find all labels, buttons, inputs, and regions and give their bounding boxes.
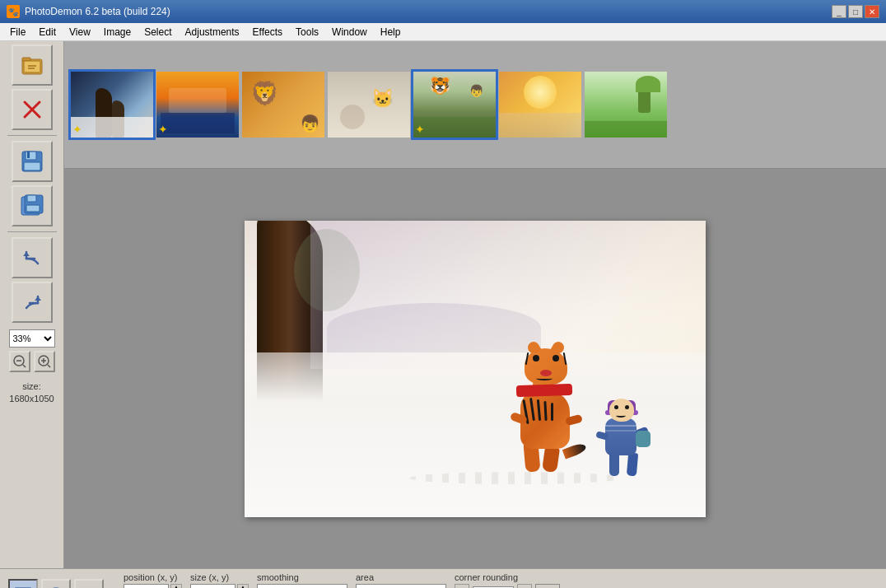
zoom-in-button[interactable]: [34, 351, 55, 372]
area-group: area Interior Exterior Border: [356, 572, 446, 589]
smoothing-select[interactable]: None Antialiased High Quality: [257, 584, 347, 589]
content-area: ✦ ✦ 🦁 👦 🐱: [64, 41, 886, 568]
thumbnail-0[interactable]: ✦: [71, 72, 153, 138]
rectangle-tool-button[interactable]: [8, 579, 38, 589]
window-controls: _ □ ✕: [832, 5, 879, 18]
corner-rounding-group: corner rounding ◀ ▶ 0: [455, 572, 560, 589]
thumbnail-5[interactable]: [499, 72, 581, 138]
undo-button[interactable]: [12, 237, 53, 278]
size-x-up[interactable]: ▲: [237, 584, 249, 589]
app-icon: 🐾: [7, 5, 20, 18]
size-value: 1680x1050: [9, 393, 54, 405]
position-group: position (x, y) ▲ ▼: [124, 572, 182, 589]
svg-rect-14: [26, 205, 40, 212]
area-row: Interior Exterior Border: [356, 584, 446, 589]
menu-effects[interactable]: Effects: [246, 25, 289, 40]
zoom-out-button[interactable]: [9, 351, 30, 372]
size-x-spinner: ▲ ▼: [237, 584, 249, 589]
menu-select[interactable]: Select: [138, 25, 178, 40]
svg-rect-13: [27, 195, 36, 202]
menu-bar: File Edit View Image Select Adjustments …: [0, 23, 886, 41]
shape-tools: Lightbox Selection Box Rectangle Ellipse: [8, 579, 115, 589]
smoothing-group: smoothing None Antialiased High Quality: [257, 572, 347, 589]
thumbnail-4[interactable]: 🐯 👦 ✦: [413, 72, 496, 138]
main-layout: 10% 25% 33% 50% 66% 75% 100% 150% 200%: [0, 41, 886, 568]
svg-rect-8: [26, 152, 36, 160]
toolbar-sep-2: [7, 231, 57, 232]
hobbes-figure: [520, 365, 578, 472]
svg-rect-2: [24, 61, 40, 72]
props-row1: position (x, y) ▲ ▼ size (x, y) ▲ ▼: [124, 572, 878, 589]
corner-label: corner rounding: [455, 572, 560, 582]
thumbnail-3[interactable]: 🐱: [328, 72, 410, 138]
menu-edit[interactable]: Edit: [32, 25, 63, 40]
menu-view[interactable]: View: [63, 25, 97, 40]
corner-rounding-row: ◀ ▶ 0: [455, 584, 560, 589]
thumbnail-1[interactable]: ✦: [156, 72, 239, 138]
position-x-up[interactable]: ▲: [170, 584, 182, 589]
smoothing-label: smoothing: [257, 572, 347, 582]
corner-value-display: 0: [535, 584, 560, 589]
bottom-toolbar: Lightbox Selection Box Rectangle Ellipse…: [0, 568, 886, 588]
close-button[interactable]: ✕: [865, 5, 879, 18]
area-select[interactable]: Interior Exterior Border: [356, 584, 446, 589]
calvin-figure: [603, 394, 644, 476]
position-x-row: ▲ ▼: [124, 584, 182, 589]
svg-rect-9: [27, 152, 30, 158]
main-canvas: [245, 221, 706, 517]
canvas-scene: [245, 221, 706, 517]
ellipse-tool-button[interactable]: [41, 579, 71, 589]
position-x-input[interactable]: [124, 584, 169, 589]
redo-button[interactable]: [12, 282, 53, 323]
shape-row-top: [8, 579, 115, 589]
menu-adjustments[interactable]: Adjustments: [179, 25, 246, 40]
thumbnails-strip: ✦ ✦ 🦁 👦 🐱: [64, 41, 886, 169]
size-x-input[interactable]: [190, 584, 235, 589]
left-toolbar: 10% 25% 33% 50% 66% 75% 100% 150% 200%: [0, 41, 64, 568]
arrow-tool-button[interactable]: [74, 579, 104, 589]
title-bar: 🐾 PhotoDemon 6.2 beta (build 224) _ □ ✕: [0, 0, 886, 23]
zoom-buttons: [9, 351, 55, 372]
menu-tools[interactable]: Tools: [289, 25, 325, 40]
save-copy-button[interactable]: [12, 185, 53, 226]
thumb-star-0: ✦: [72, 123, 82, 136]
footprints: [409, 472, 623, 484]
area-label: area: [356, 572, 446, 582]
svg-line-21: [48, 365, 50, 367]
props-panel: position (x, y) ▲ ▼ size (x, y) ▲ ▼: [124, 572, 878, 589]
corner-decrement-button[interactable]: ◀: [455, 584, 469, 589]
distant-trees: [327, 303, 541, 352]
thumbnail-2[interactable]: 🦁 👦: [242, 72, 324, 138]
position-x-spinner: ▲ ▼: [170, 584, 182, 589]
thumbnail-6[interactable]: [585, 72, 667, 138]
smoothing-row: None Antialiased High Quality: [257, 584, 347, 589]
zoom-select[interactable]: 10% 25% 33% 50% 66% 75% 100% 150% 200%: [9, 329, 55, 348]
menu-file[interactable]: File: [3, 25, 32, 40]
svg-rect-10: [24, 162, 40, 170]
image-size-display: size: 1680x1050: [9, 380, 54, 406]
thumb-star-1: ✦: [158, 123, 168, 136]
svg-line-17: [23, 365, 26, 367]
size-group: size (x, y) ▲ ▼: [190, 572, 249, 589]
open-button[interactable]: [12, 44, 53, 86]
menu-help[interactable]: Help: [374, 25, 408, 40]
title-bar-left: 🐾 PhotoDemon 6.2 beta (build 224): [7, 5, 170, 18]
menu-image[interactable]: Image: [97, 25, 138, 40]
zoom-controls: 10% 25% 33% 50% 66% 75% 100% 150% 200%: [9, 329, 55, 406]
corner-increment-button[interactable]: ▶: [517, 584, 532, 589]
size-label: size (x, y): [190, 572, 249, 582]
save-button[interactable]: [12, 141, 53, 182]
thumb-star-4: ✦: [415, 123, 425, 136]
toolbar-sep-1: [7, 135, 57, 136]
close-image-button[interactable]: [12, 89, 53, 130]
menu-window[interactable]: Window: [325, 25, 374, 40]
position-label: position (x, y): [124, 572, 182, 582]
size-label: size:: [9, 380, 54, 393]
size-x-row: ▲ ▼: [190, 584, 249, 589]
title-text: PhotoDemon 6.2 beta (build 224): [25, 6, 170, 17]
minimize-button[interactable]: _: [832, 5, 846, 18]
maximize-button[interactable]: □: [848, 5, 863, 18]
svg-rect-1: [22, 58, 30, 61]
canvas-area: [64, 169, 886, 568]
